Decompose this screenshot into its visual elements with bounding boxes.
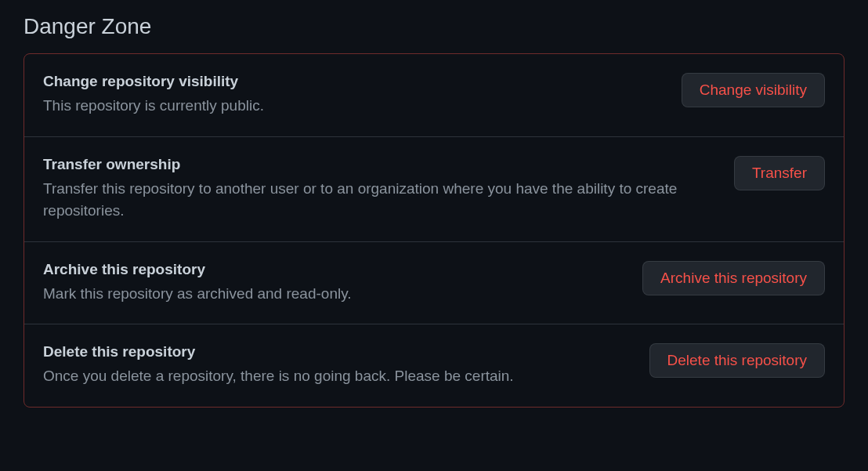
change-visibility-button[interactable]: Change visibility xyxy=(682,73,825,107)
archive-repository-button[interactable]: Archive this repository xyxy=(642,261,825,295)
transfer-ownership-title: Transfer ownership xyxy=(43,156,715,173)
section-title: Danger Zone xyxy=(24,14,844,39)
archive-repository-title: Archive this repository xyxy=(43,261,624,278)
transfer-ownership-description: Transfer this repository to another user… xyxy=(43,178,715,223)
danger-zone-panel: Change repository visibility This reposi… xyxy=(24,53,844,408)
row-text: Transfer ownership Transfer this reposit… xyxy=(43,156,715,223)
transfer-ownership-row: Transfer ownership Transfer this reposit… xyxy=(24,137,844,242)
archive-repository-row: Archive this repository Mark this reposi… xyxy=(24,242,844,325)
transfer-button[interactable]: Transfer xyxy=(734,156,825,190)
row-text: Delete this repository Once you delete a… xyxy=(43,343,631,388)
delete-repository-button[interactable]: Delete this repository xyxy=(649,343,825,378)
change-visibility-description: This repository is currently public. xyxy=(43,95,663,118)
row-text: Archive this repository Mark this reposi… xyxy=(43,261,624,306)
delete-repository-description: Once you delete a repository, there is n… xyxy=(43,365,631,388)
row-text: Change repository visibility This reposi… xyxy=(43,73,663,118)
delete-repository-row: Delete this repository Once you delete a… xyxy=(24,324,844,407)
change-visibility-row: Change repository visibility This reposi… xyxy=(24,54,844,137)
change-visibility-title: Change repository visibility xyxy=(43,73,663,90)
archive-repository-description: Mark this repository as archived and rea… xyxy=(43,283,624,306)
delete-repository-title: Delete this repository xyxy=(43,343,631,360)
